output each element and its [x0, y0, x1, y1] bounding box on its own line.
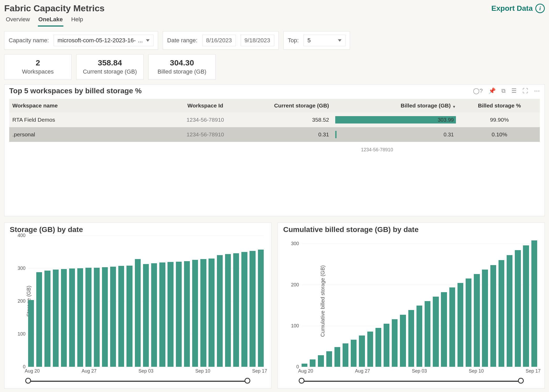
focus-icon[interactable]: ⛶ — [522, 87, 528, 94]
bar[interactable] — [523, 245, 529, 367]
ytick: 200 — [14, 298, 26, 304]
bar[interactable] — [143, 264, 149, 367]
bar[interactable] — [126, 266, 132, 367]
bar[interactable] — [367, 332, 373, 367]
bar[interactable] — [318, 355, 324, 367]
bar[interactable] — [167, 262, 173, 367]
bar[interactable] — [310, 359, 316, 367]
bar[interactable] — [408, 310, 414, 367]
bar[interactable] — [392, 319, 398, 367]
bar[interactable] — [425, 301, 430, 367]
bar[interactable] — [326, 351, 332, 367]
bar[interactable] — [490, 265, 496, 367]
bar[interactable] — [85, 268, 91, 367]
bar[interactable] — [110, 267, 116, 367]
cumulative-billed-chart[interactable]: Cumulative billed storage (GB) by date C… — [278, 223, 545, 389]
xtick: Aug 20 — [25, 368, 40, 374]
bar[interactable] — [334, 347, 340, 367]
chart1-range-slider[interactable] — [28, 377, 247, 384]
top-filter: Top: 5 — [283, 31, 350, 50]
bar[interactable] — [176, 262, 182, 367]
bar[interactable] — [209, 259, 214, 367]
bar[interactable] — [135, 259, 141, 367]
bar[interactable] — [118, 266, 124, 367]
bar[interactable] — [449, 287, 455, 367]
tab-overview[interactable]: Overview — [5, 14, 30, 27]
bar[interactable] — [44, 271, 50, 367]
info-icon[interactable]: i — [535, 4, 545, 13]
bar[interactable] — [416, 306, 422, 367]
bar[interactable] — [184, 261, 190, 367]
bar[interactable] — [441, 292, 447, 367]
slider-knob-left[interactable] — [25, 378, 31, 384]
pin-icon[interactable]: 📌 — [489, 87, 496, 94]
bar[interactable] — [151, 263, 157, 367]
chart2-title: Cumulative billed storage (GB) by date — [283, 225, 539, 234]
col-billed-pct[interactable]: Billed storage % — [459, 99, 540, 112]
capacity-label: Capacity name: — [9, 37, 49, 44]
bar[interactable] — [258, 250, 264, 367]
bar[interactable] — [302, 364, 307, 367]
top-workspaces-section: Top 5 workspaces by billed storage % ◯? … — [4, 84, 545, 216]
bar[interactable] — [482, 270, 488, 367]
storage-by-date-chart[interactable]: Storage (GB) by date Storage (GB) 010020… — [4, 223, 271, 389]
bar[interactable] — [351, 340, 357, 367]
bar[interactable] — [375, 328, 381, 367]
capacity-select[interactable]: microsoft-com-05-12-2023-16- ... — [54, 35, 154, 46]
col-workspace-id[interactable]: Workspace Id — [159, 99, 251, 112]
bar[interactable] — [499, 260, 504, 367]
bar[interactable] — [36, 272, 42, 367]
chart2-range-slider[interactable] — [302, 377, 521, 384]
tab-onelake[interactable]: OneLake — [38, 14, 63, 27]
slider-knob-left[interactable] — [299, 378, 304, 384]
bar[interactable] — [343, 343, 348, 367]
bar[interactable] — [359, 336, 365, 367]
help-circle-icon[interactable]: ◯? — [473, 87, 483, 94]
bar[interactable] — [69, 269, 75, 367]
bar[interactable] — [217, 255, 223, 367]
bar[interactable] — [233, 253, 239, 367]
date-from-input[interactable]: 8/16/2023 — [202, 35, 236, 46]
col-current-storage[interactable]: Current storage (GB) — [251, 99, 332, 112]
bar[interactable] — [384, 324, 389, 367]
bar[interactable] — [474, 274, 480, 367]
bar[interactable] — [159, 262, 165, 367]
tab-help[interactable]: Help — [71, 14, 84, 27]
bar[interactable] — [250, 251, 255, 367]
table-row[interactable]: .personal1234-56-789100.310.310.10% — [9, 127, 540, 142]
slider-knob-right[interactable] — [245, 378, 250, 384]
bar[interactable] — [458, 283, 463, 367]
bar[interactable] — [515, 250, 521, 367]
col-billed-storage[interactable]: Billed storage (GB) — [332, 99, 459, 112]
copy-icon[interactable]: ⧉ — [501, 87, 506, 94]
bar[interactable] — [77, 268, 83, 367]
bar[interactable] — [225, 254, 231, 367]
export-data-button[interactable]: Export Data i — [491, 4, 545, 13]
bar[interactable] — [241, 252, 247, 367]
slider-knob-right[interactable] — [518, 378, 524, 384]
chart2-xaxis: Aug 20Aug 27Sep 03Sep 10Sep 17 — [302, 368, 537, 374]
kpi-current-storage[interactable]: 358.84 Current storage (GB) — [76, 54, 144, 80]
bar[interactable] — [433, 297, 439, 367]
bar[interactable] — [192, 260, 198, 367]
bar[interactable] — [531, 240, 537, 367]
col-workspace-name[interactable]: Workspace name — [9, 99, 159, 112]
bar[interactable] — [507, 255, 512, 367]
bar[interactable] — [94, 268, 100, 367]
bar[interactable] — [400, 315, 406, 367]
table-row[interactable]: RTA Field Demos1234-56-78910358.52303.99… — [9, 112, 540, 127]
bar[interactable] — [61, 269, 67, 367]
bar[interactable] — [53, 270, 59, 367]
kpi-billed-storage[interactable]: 304.30 Billed storage (GB) — [148, 54, 216, 80]
cell-current: 0.31 — [251, 127, 332, 142]
chart1-plot: Storage (GB) 0100200300400 — [28, 235, 264, 367]
more-icon[interactable]: ⋯ — [534, 87, 540, 94]
bar[interactable] — [200, 259, 206, 367]
top-select[interactable]: 5 — [303, 35, 345, 46]
kpi-workspaces[interactable]: 2 Workspaces — [4, 54, 72, 80]
bar[interactable] — [466, 278, 471, 367]
bar[interactable] — [102, 267, 108, 367]
date-to-input[interactable]: 9/18/2023 — [241, 35, 274, 46]
filter-icon[interactable]: ☰ — [511, 87, 517, 94]
bar[interactable] — [28, 300, 34, 367]
